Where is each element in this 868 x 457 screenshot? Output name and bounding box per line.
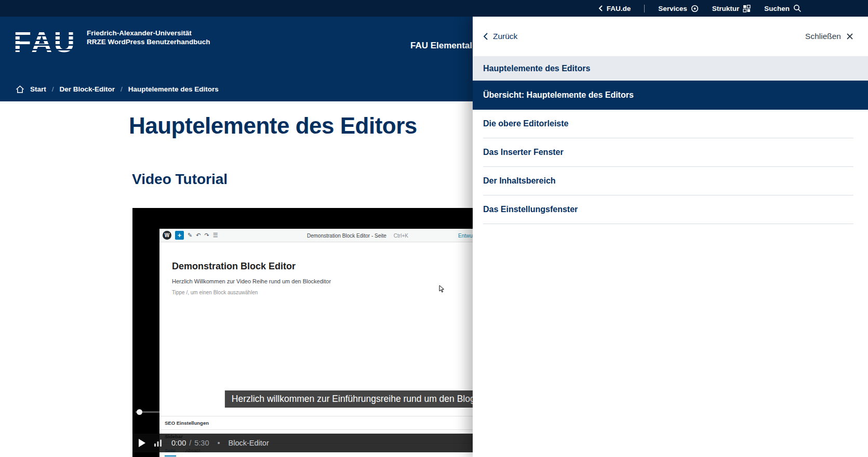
close-button[interactable]: Schließen xyxy=(805,32,853,41)
video-caption: Herzlich willkommen zur Einführungsreihe… xyxy=(225,390,492,408)
back-button[interactable]: Zurück xyxy=(483,32,517,41)
menu-item-inhaltsbereich[interactable]: Der Inhaltsbereich xyxy=(483,167,853,195)
topbar-link-fau[interactable]: FAU.de xyxy=(598,5,631,12)
undo-icon: ↶ xyxy=(196,232,201,238)
breadcrumb-item-start[interactable]: Start xyxy=(30,85,46,93)
wp-shortcut-hint: Ctrl+K xyxy=(394,233,408,239)
org-line-2: RRZE WordPress Benutzerhandbuch xyxy=(87,37,210,46)
breadcrumb-item-block-editor[interactable]: Der Block-Editor xyxy=(60,85,115,93)
topbar-link-services[interactable]: Services xyxy=(658,5,699,12)
close-label: Schließen xyxy=(805,32,841,41)
wp-document-title: Demonstration Block Editor - Seite Ctrl+… xyxy=(307,229,408,242)
services-target-icon xyxy=(691,5,699,12)
list-view-icon: ☰ xyxy=(213,232,218,238)
topbar-link-suchen[interactable]: Suchen xyxy=(764,4,802,12)
page-title: Hauptelemente des Editors xyxy=(129,113,417,139)
struktur-grid-icon xyxy=(743,5,751,12)
search-icon xyxy=(793,4,802,12)
menu-item-einstellungsfenster[interactable]: Das Einstellungsfenster xyxy=(483,195,853,224)
chevron-left-icon xyxy=(598,5,603,12)
section-title-video-tutorial: Video Tutorial xyxy=(132,171,228,188)
breadcrumb-separator: / xyxy=(121,85,123,93)
play-button[interactable] xyxy=(139,439,145,447)
topbar-struktur-label: Struktur xyxy=(712,5,740,12)
flyout-menu-panel: Zurück Schließen Hauptelemente des Edito… xyxy=(473,17,868,457)
brand[interactable]: FAU Friedrich-Alexander-Universität RRZE… xyxy=(14,27,210,57)
topbar-divider xyxy=(644,5,645,12)
video-track-title: Block-Editor xyxy=(229,439,269,447)
topbar-services-label: Services xyxy=(658,5,687,12)
time-separator: / xyxy=(189,439,191,447)
progress-thumb[interactable] xyxy=(137,409,142,415)
flyout-panel-header: Zurück Schließen xyxy=(473,17,868,56)
topbar-fau-label: FAU.de xyxy=(607,5,631,12)
breadcrumb-separator: / xyxy=(52,85,54,93)
play-icon xyxy=(139,439,145,447)
topbar-link-struktur[interactable]: Struktur xyxy=(712,5,751,12)
org-text: Friedrich-Alexander-Universität RRZE Wor… xyxy=(87,29,210,46)
fau-logo: FAU xyxy=(14,27,76,57)
close-icon xyxy=(846,33,853,40)
block-inserter-icon: + xyxy=(175,231,184,240)
volume-icon[interactable] xyxy=(154,439,163,447)
breadcrumb-item-current: Hauptelemente des Editors xyxy=(128,85,219,93)
page: FAU.de Services Struktur Suchen FAU F xyxy=(0,0,868,457)
org-line-1: Friedrich-Alexander-Universität xyxy=(87,29,210,37)
menu-section-header[interactable]: Hauptelemente des Editors xyxy=(473,56,868,81)
wordpress-logo-icon: W xyxy=(163,231,171,240)
menu-item-inserter-fenster[interactable]: Das Inserter Fenster xyxy=(483,138,853,167)
topbar-suchen-label: Suchen xyxy=(764,5,790,12)
menu-item-obere-editorleiste[interactable]: Die obere Editorleiste xyxy=(483,110,853,138)
meta-topbar: FAU.de Services Struktur Suchen xyxy=(0,0,868,17)
redo-icon: ↷ xyxy=(204,232,209,238)
menu-item-uebersicht-active[interactable]: Übersicht: Hauptelemente des Editors xyxy=(473,81,868,110)
controls-dot: • xyxy=(218,439,220,447)
back-label: Zurück xyxy=(493,32,517,41)
mouse-cursor xyxy=(439,285,445,295)
time-display: 0:00 / 5:30 xyxy=(171,439,209,447)
main-nav-item-fau-elemental[interactable]: FAU Elemental xyxy=(410,41,472,51)
wp-document-title-text: Demonstration Block Editor - Seite xyxy=(307,233,386,239)
current-time: 0:00 xyxy=(171,439,186,447)
duration: 5:30 xyxy=(194,439,209,447)
chevron-left-icon xyxy=(483,32,488,41)
edit-pencil-icon: ✎ xyxy=(188,232,192,238)
home-icon[interactable] xyxy=(16,85,24,94)
